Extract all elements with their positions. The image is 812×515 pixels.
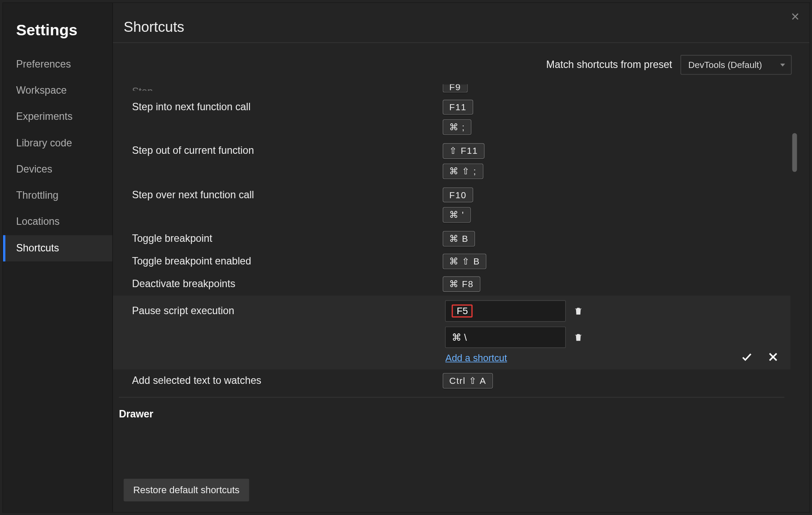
- main-panel: Shortcuts Match shortcuts from preset De…: [113, 3, 809, 512]
- shortcut-label-deactivate-breakpoints: Deactivate breakpoints: [132, 278, 443, 290]
- sidebar-item-locations[interactable]: Locations: [3, 209, 113, 235]
- sidebar-item-library-code[interactable]: Library code: [3, 130, 113, 156]
- shortcut-key: ⌘ ⇧ B: [443, 254, 486, 269]
- shortcut-input-1[interactable]: F5: [445, 300, 566, 322]
- shortcut-key: ⌘ F8: [443, 276, 480, 292]
- section-heading-drawer: Drawer: [113, 397, 791, 424]
- sidebar-item-workspace[interactable]: Workspace: [3, 78, 113, 104]
- shortcut-label-toggle-breakpoint-enabled: Toggle breakpoint enabled: [132, 255, 443, 267]
- preset-label: Match shortcuts from preset: [546, 59, 672, 71]
- preset-select[interactable]: DevTools (Default): [680, 55, 792, 75]
- sidebar-item-throttling[interactable]: Throttling: [3, 183, 113, 209]
- sidebar-item-devices[interactable]: Devices: [3, 156, 113, 183]
- shortcut-label-toggle-breakpoint: Toggle breakpoint: [132, 233, 443, 244]
- shortcut-key: ⌘ ⇧ ;: [443, 163, 483, 179]
- sidebar: Settings Preferences Workspace Experimen…: [3, 3, 113, 512]
- shortcut-key: ⌘ ': [443, 207, 471, 223]
- preset-row: Match shortcuts from preset DevTools (De…: [113, 43, 809, 85]
- sidebar-item-experiments[interactable]: Experiments: [3, 104, 113, 130]
- close-icon[interactable]: ✕: [788, 10, 802, 23]
- shortcut-key: F10: [443, 187, 473, 202]
- sidebar-item-shortcuts[interactable]: Shortcuts: [3, 235, 113, 261]
- shortcut-key: F9: [443, 84, 467, 92]
- footer: Restore default shortcuts: [113, 473, 809, 512]
- shortcut-label-pause-script: Pause script execution: [132, 300, 443, 317]
- shortcut-key: Ctrl ⇧ A: [443, 373, 493, 389]
- scrollbar[interactable]: [791, 84, 799, 473]
- shortcut-label-step: Step: [132, 86, 443, 91]
- restore-defaults-button[interactable]: Restore default shortcuts: [124, 479, 249, 501]
- scroll-area: Step F9 Step into next function call F11…: [113, 84, 799, 473]
- sidebar-title: Settings: [3, 16, 113, 51]
- page-title: Shortcuts: [124, 18, 799, 35]
- add-shortcut-link[interactable]: Add a shortcut: [445, 353, 507, 363]
- shortcut-key: ⌘ B: [443, 231, 475, 247]
- shortcut-label-step-into: Step into next function call: [132, 101, 443, 113]
- shortcut-label-add-watch: Add selected text to watches: [132, 375, 443, 386]
- sidebar-item-preferences[interactable]: Preferences: [3, 51, 113, 78]
- shortcut-input-2[interactable]: ⌘ \: [445, 326, 566, 348]
- shortcut-label-step-out: Step out of current function: [132, 145, 443, 157]
- confirm-shortcut-button[interactable]: [740, 350, 753, 363]
- shortcut-key: ⇧ F11: [443, 143, 484, 159]
- delete-shortcut-1-button[interactable]: [573, 305, 584, 316]
- shortcut-key: F11: [443, 100, 473, 115]
- delete-shortcut-2-button[interactable]: [573, 332, 584, 343]
- shortcut-label-step-over: Step over next function call: [132, 189, 443, 201]
- shortcut-key: ⌘ ;: [443, 119, 471, 135]
- cancel-shortcut-button[interactable]: [767, 350, 780, 363]
- shortcut-editor: Pause script execution F5: [113, 295, 791, 369]
- scrollbar-thumb[interactable]: [792, 133, 797, 172]
- main-header: Shortcuts: [113, 3, 809, 43]
